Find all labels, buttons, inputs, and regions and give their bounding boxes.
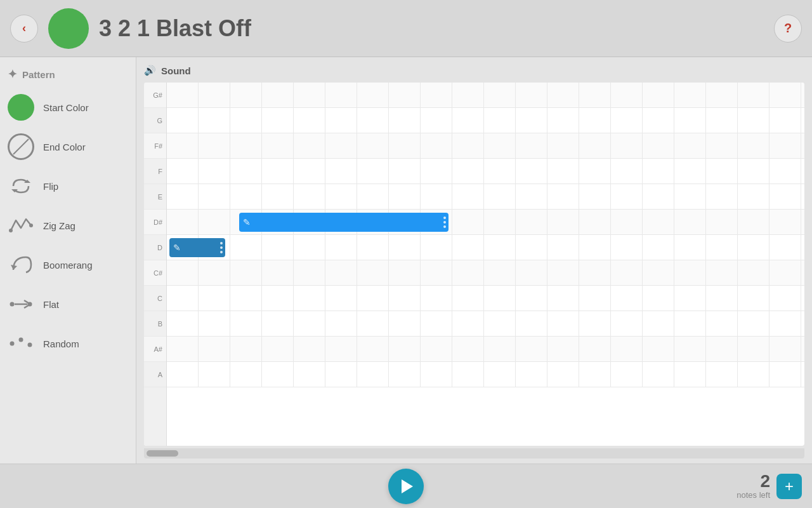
grid-cell[interactable] <box>547 337 579 361</box>
grid-cell[interactable] <box>643 286 674 311</box>
grid-cell[interactable] <box>516 362 547 387</box>
grid-cell[interactable] <box>706 108 738 133</box>
grid-cell[interactable] <box>611 286 643 311</box>
sidebar-item-zigzag[interactable]: Zig Zag <box>8 212 128 239</box>
grid-cell[interactable] <box>389 260 421 285</box>
grid-cell[interactable] <box>421 83 452 107</box>
grid-cell[interactable] <box>674 184 706 209</box>
note-drag-handle-2[interactable] <box>443 217 446 228</box>
grid-cell[interactable] <box>389 133 421 158</box>
grid-cell[interactable] <box>421 286 452 311</box>
grid-cell[interactable] <box>230 159 262 184</box>
sidebar-item-flip[interactable]: Flip <box>8 173 128 199</box>
grid-cell[interactable] <box>738 362 769 387</box>
grid-cell[interactable] <box>484 184 516 209</box>
grid-cell[interactable] <box>421 337 452 361</box>
grid-cell[interactable] <box>674 133 706 158</box>
grid-cell[interactable] <box>389 311 421 336</box>
grid-cell[interactable] <box>167 159 199 184</box>
grid-cell[interactable] <box>674 362 706 387</box>
grid-cell[interactable] <box>547 184 579 209</box>
grid-cell[interactable] <box>706 210 738 234</box>
grid-cell[interactable] <box>357 108 389 133</box>
grid-cell[interactable] <box>769 337 801 361</box>
grid-cell[interactable] <box>706 260 738 285</box>
grid-cell[interactable] <box>643 184 674 209</box>
grid-cell[interactable] <box>611 311 643 336</box>
sidebar-item-random[interactable]: Random <box>8 330 128 357</box>
grid-cell[interactable] <box>357 286 389 311</box>
grid-cell[interactable] <box>452 83 484 107</box>
grid-cell[interactable] <box>325 108 357 133</box>
grid-cell[interactable] <box>294 311 325 336</box>
grid-cell[interactable] <box>389 235 421 260</box>
grid-cell[interactable] <box>357 337 389 361</box>
grid-cell[interactable] <box>706 337 738 361</box>
grid-cell[interactable] <box>674 210 706 234</box>
grid-cell[interactable] <box>421 362 452 387</box>
grid-cell[interactable] <box>230 362 262 387</box>
grid-cell[interactable] <box>199 210 230 234</box>
grid-cell[interactable] <box>769 184 801 209</box>
grid-cell[interactable] <box>325 133 357 158</box>
grid-cell[interactable] <box>769 235 801 260</box>
grid-cell[interactable] <box>325 159 357 184</box>
grid-cell[interactable] <box>674 108 706 133</box>
grid-area[interactable]: ✎ ✎ <box>167 83 804 446</box>
grid-cell[interactable] <box>611 159 643 184</box>
grid-cell[interactable] <box>262 83 294 107</box>
grid-cell[interactable] <box>199 337 230 361</box>
grid-cell[interactable] <box>611 337 643 361</box>
grid-cell[interactable] <box>294 260 325 285</box>
grid-cell[interactable] <box>484 286 516 311</box>
grid-cell[interactable] <box>706 159 738 184</box>
grid-cell[interactable] <box>516 337 547 361</box>
grid-cell[interactable] <box>389 286 421 311</box>
grid-cell[interactable] <box>294 235 325 260</box>
grid-cell[interactable] <box>706 286 738 311</box>
note-block-dsharp[interactable]: ✎ <box>239 213 449 232</box>
grid-cell[interactable] <box>230 286 262 311</box>
grid-cell[interactable] <box>452 159 484 184</box>
grid-cell[interactable] <box>738 83 769 107</box>
grid-cell[interactable] <box>452 108 484 133</box>
grid-cell[interactable] <box>230 83 262 107</box>
grid-cell[interactable] <box>167 337 199 361</box>
sidebar-item-flat[interactable]: Flat <box>8 291 128 318</box>
grid-cell[interactable] <box>579 311 611 336</box>
grid-cell[interactable] <box>484 311 516 336</box>
grid-cell[interactable] <box>421 235 452 260</box>
sidebar-item-end-color[interactable]: End Color <box>8 133 128 160</box>
grid-cell[interactable] <box>167 83 199 107</box>
grid-cell[interactable] <box>516 311 547 336</box>
grid-cell[interactable] <box>389 159 421 184</box>
grid-cell[interactable] <box>611 260 643 285</box>
grid-cell[interactable] <box>516 184 547 209</box>
grid-cell[interactable] <box>421 108 452 133</box>
grid-cell[interactable] <box>516 159 547 184</box>
grid-cell[interactable] <box>484 362 516 387</box>
grid-cell[interactable] <box>199 260 230 285</box>
grid-cell[interactable] <box>262 108 294 133</box>
grid-cell[interactable] <box>230 108 262 133</box>
scrollbar-thumb[interactable] <box>147 450 178 457</box>
grid-cell[interactable] <box>579 362 611 387</box>
grid-row[interactable] <box>167 108 804 133</box>
grid-cell[interactable] <box>579 159 611 184</box>
grid-cell[interactable] <box>452 184 484 209</box>
note-block-d[interactable]: ✎ <box>169 238 225 257</box>
grid-cell[interactable] <box>357 133 389 158</box>
grid-cell[interactable] <box>389 184 421 209</box>
grid-cell[interactable] <box>199 133 230 158</box>
grid-cell[interactable] <box>516 235 547 260</box>
grid-cell[interactable] <box>199 362 230 387</box>
grid-cell[interactable] <box>769 83 801 107</box>
grid-cell[interactable] <box>738 108 769 133</box>
grid-cell[interactable] <box>547 210 579 234</box>
grid-cell[interactable] <box>738 337 769 361</box>
grid-cell[interactable] <box>643 83 674 107</box>
grid-cell[interactable] <box>325 362 357 387</box>
grid-cell[interactable] <box>421 184 452 209</box>
grid-cell[interactable] <box>421 311 452 336</box>
grid-cell[interactable] <box>706 235 738 260</box>
